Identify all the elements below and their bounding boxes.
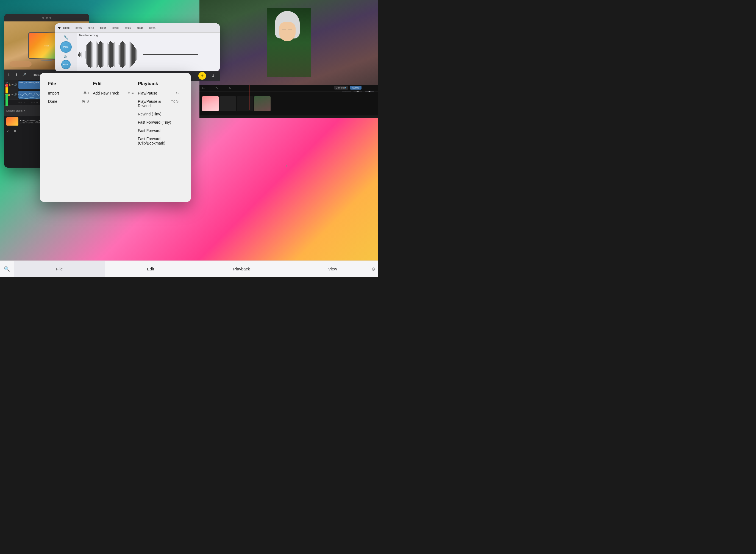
thumb-1-inner: [202, 96, 219, 111]
tab-playback[interactable]: Playback: [196, 261, 287, 277]
add-new-track-label: Add New Track: [93, 91, 119, 95]
svg-rect-34: [116, 42, 116, 68]
done-label: Done: [48, 99, 57, 104]
edit-column: Edit Add New Track ⇧ =: [93, 81, 138, 194]
svg-rect-31: [112, 43, 113, 67]
record-icon[interactable]: ⏺: [13, 129, 17, 133]
import-label: Import: [48, 91, 59, 95]
vu-label: +0: [5, 81, 8, 83]
svg-rect-9: [88, 43, 89, 67]
vu-red: [5, 84, 8, 87]
export-button[interactable]: ⬇: [209, 72, 217, 80]
svg-rect-10: [89, 42, 90, 67]
speaker-icon[interactable]: 🔈: [64, 54, 68, 58]
svg-rect-26: [107, 43, 107, 67]
thumb-4[interactable]: [254, 96, 271, 111]
camera-tag-label: Camera: [336, 86, 345, 89]
play-pause-key: S: [176, 91, 179, 95]
titlebar-dot-1: [42, 17, 44, 19]
thumb-2[interactable]: [220, 96, 236, 111]
audio-track-icon[interactable]: 🎤: [22, 72, 26, 77]
svg-rect-36: [118, 45, 118, 64]
svg-rect-2: [80, 53, 81, 56]
track2-eye-icon[interactable]: 👁: [11, 94, 13, 96]
svg-rect-12: [92, 42, 92, 67]
ff-clip-label: Fast Forward (Clip/Bookmark): [138, 136, 179, 145]
svg-rect-23: [104, 43, 104, 66]
rewind-tiny-label: Rewind (Tiny): [138, 112, 162, 116]
pan-dial[interactable]: PAN: [61, 60, 71, 69]
scene-tag[interactable]: Scene: [350, 86, 361, 90]
svg-rect-29: [110, 41, 111, 68]
playback-column: Playback Play/Pause S Play/Pause & Rewin…: [138, 81, 183, 194]
svg-rect-21: [101, 42, 102, 67]
svg-rect-18: [98, 44, 99, 65]
search-tab-icon[interactable]: 🔍: [0, 261, 14, 277]
tab-file[interactable]: File: [14, 261, 105, 277]
svg-rect-54: [138, 51, 138, 59]
audio-panel-header: 00:00 00:05 00:10 00:15 00:20 00:25 00:3…: [55, 23, 220, 33]
rewind-tiny-item[interactable]: Rewind (Tiny): [138, 112, 179, 116]
info-icon[interactable]: ℹ: [6, 72, 11, 77]
svg-rect-33: [115, 42, 115, 67]
wrench-icon[interactable]: 🔧: [63, 35, 68, 40]
gear-icon[interactable]: ⚙: [371, 266, 375, 272]
svg-rect-4: [83, 53, 83, 57]
ff-clip-item[interactable]: Fast Forward (Clip/Bookmark): [138, 136, 179, 145]
add-track-button[interactable]: +: [198, 72, 206, 80]
svg-rect-3: [81, 52, 82, 57]
add-new-track-item[interactable]: Add New Track ⇧ =: [93, 91, 133, 95]
download-icon[interactable]: ⬇: [14, 72, 19, 77]
import-item[interactable]: Import ⌘ I: [48, 91, 89, 95]
thumb-3[interactable]: [237, 96, 253, 111]
track1-eye-icon[interactable]: 👁: [11, 84, 14, 86]
thumb-4-inner: [254, 96, 271, 111]
svg-rect-50: [133, 45, 134, 64]
thumb-1[interactable]: [202, 96, 219, 111]
camera-tag[interactable]: Camera ▸: [334, 86, 348, 90]
camera-tag-arrow: ▸: [345, 86, 347, 89]
tab-file-label: File: [56, 267, 63, 271]
track1-lock-icon[interactable]: 🔒: [8, 84, 11, 86]
panel-right-arrow[interactable]: ›: [285, 162, 287, 168]
bottom-tabbar: 🔍 File Edit Playback View ⚙: [0, 261, 378, 277]
ff-tiny-item[interactable]: Fast Forward (Tiny): [138, 120, 179, 124]
svg-rect-28: [109, 42, 110, 67]
vu-green: [5, 94, 8, 106]
ruler-7s: 7s: [215, 87, 218, 89]
done-item[interactable]: Done ⌘ S: [48, 99, 89, 104]
play-pause-rewind-label: Play/Pause & Rewind: [138, 99, 169, 108]
tab-edit[interactable]: Edit: [105, 261, 196, 277]
svg-rect-27: [108, 44, 109, 65]
playback-header: Playback: [138, 81, 179, 87]
time-00-20: 00:20: [112, 26, 119, 30]
check-icon[interactable]: ✓: [6, 129, 10, 133]
shortcuts-panel: File Import ⌘ I Done ⌘ S Edit Add New Tr…: [40, 73, 191, 202]
track1-speaker-icon[interactable]: 🔊: [14, 84, 17, 86]
svg-rect-8: [87, 44, 88, 65]
tab-view[interactable]: View ⚙: [287, 261, 378, 277]
ff-item[interactable]: Fast Forward: [138, 128, 179, 133]
svg-rect-41: [123, 42, 124, 67]
svg-rect-49: [132, 44, 133, 65]
time-00-10: 00:10: [88, 26, 94, 30]
time-00-15: 00:15: [100, 26, 106, 30]
svg-rect-20: [100, 41, 101, 68]
svg-rect-25: [106, 42, 106, 68]
char-eye-right: [288, 29, 292, 30]
ruler-mark-1: 9:59.12: [18, 101, 25, 103]
play-pause-rewind-item[interactable]: Play/Pause & Rewind ⌥ S: [138, 99, 179, 108]
ff-tiny-label: Fast Forward (Tiny): [138, 120, 171, 124]
anime-preview: [199, 0, 378, 85]
svg-rect-7: [86, 45, 86, 64]
svg-rect-52: [135, 48, 136, 61]
svg-rect-17: [97, 43, 98, 67]
vol-dial[interactable]: VOL: [60, 41, 72, 53]
titlebar: [4, 14, 89, 21]
time-00-00: 00:00: [63, 26, 69, 30]
svg-rect-42: [124, 43, 125, 66]
play-pause-item[interactable]: Play/Pause S: [138, 91, 179, 95]
track2-speaker-icon[interactable]: 🔊: [14, 94, 17, 96]
svg-rect-40: [122, 41, 123, 68]
play-pause-rewind-key: ⌥ S: [171, 99, 179, 103]
